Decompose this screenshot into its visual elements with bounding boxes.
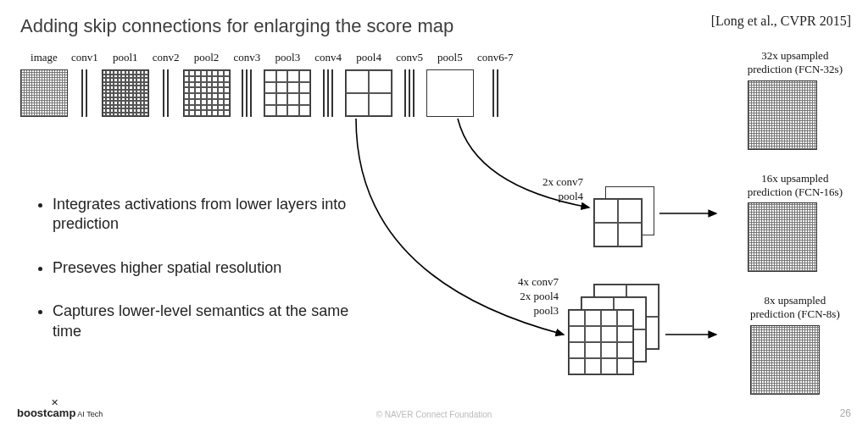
citation: [Long et al., CVPR 2015] xyxy=(711,14,851,29)
bullet-item: Captures lower-level semantics at the sa… xyxy=(53,302,359,341)
page-number: 26 xyxy=(840,407,851,419)
stage-label: image xyxy=(31,51,58,64)
stage-label: pool3 xyxy=(275,51,301,64)
stack8-labels: 4x conv7 2x pool4 pool3 xyxy=(518,275,559,318)
stage-pool2: pool2 xyxy=(183,51,231,117)
stack8-mid-label: 2x pool4 xyxy=(518,290,559,304)
slide-title: Adding skip connections for enlarging th… xyxy=(20,15,453,37)
stage-label: conv1 xyxy=(71,51,98,64)
prediction-8s: 8x upsampledprediction (FCN-8s) xyxy=(750,294,840,395)
stage-label: conv2 xyxy=(153,51,180,64)
stage-label: conv3 xyxy=(234,51,261,64)
stage-label: pool1 xyxy=(113,51,138,64)
stack16-back-label: 2x conv7 xyxy=(542,175,583,190)
copyright-text: © NAVER Connect Foundation xyxy=(376,410,492,419)
stage-label: pool2 xyxy=(194,51,220,64)
stage-pool3: pool3 xyxy=(264,51,311,117)
stage-pool4: pool4 xyxy=(345,51,392,117)
prediction-16s: 16x upsampledprediction (FCN-16s) xyxy=(748,172,843,273)
stage-conv3: conv3 xyxy=(234,51,261,117)
stage-image: image xyxy=(20,51,68,117)
stage-label: conv6-7 xyxy=(477,51,514,64)
prediction-32s: 32x upsampledprediction (FCN-32s) xyxy=(748,49,843,150)
bullet-list: Integrates activations from lower layers… xyxy=(37,195,359,365)
stack16-group xyxy=(593,186,661,254)
network-architecture-row: image conv1 pool1 conv2 xyxy=(20,51,514,117)
predictions-column: 32x upsampledprediction (FCN-32s) 16x up… xyxy=(748,49,843,395)
stack16-labels: 2x conv7 pool4 xyxy=(542,175,583,204)
stage-pool5: pool5 xyxy=(426,51,474,117)
pred-label-line1: 8x upsampled xyxy=(765,294,826,307)
stack16-front-label: pool4 xyxy=(542,190,583,204)
pred-label-line2: prediction (FCN-32s) xyxy=(748,63,843,75)
stack8-front-label: pool3 xyxy=(518,304,559,318)
stage-conv4: conv4 xyxy=(314,51,342,117)
stage-conv1: conv1 xyxy=(71,51,98,117)
stage-label: conv5 xyxy=(396,51,423,64)
pred-label-line1: 16x upsampled xyxy=(761,172,828,185)
stack8-back-label: 4x conv7 xyxy=(518,275,559,290)
stage-label: pool4 xyxy=(356,51,381,64)
stage-label: pool5 xyxy=(437,51,463,64)
logo-subtext: AI Tech xyxy=(77,410,103,418)
bullet-item: Integrates activations from lower layers… xyxy=(53,195,359,235)
pred-label-line2: prediction (FCN-8s) xyxy=(750,307,840,320)
logo-text: boostcamp xyxy=(17,407,75,419)
stage-conv67: conv6-7 xyxy=(477,51,514,117)
stage-pool1: pool1 xyxy=(102,51,149,117)
boostcamp-logo: ✕ boostcampAI Tech xyxy=(17,397,103,419)
stage-conv5: conv5 xyxy=(396,51,423,117)
pred-label-line2: prediction (FCN-16s) xyxy=(748,185,843,198)
stack8-group xyxy=(568,284,661,377)
pred-label-line1: 32x upsampled xyxy=(761,49,828,62)
stage-conv2: conv2 xyxy=(153,51,180,117)
stage-label: conv4 xyxy=(314,51,342,64)
bullet-item: Preseves higher spatial resolution xyxy=(53,258,359,278)
